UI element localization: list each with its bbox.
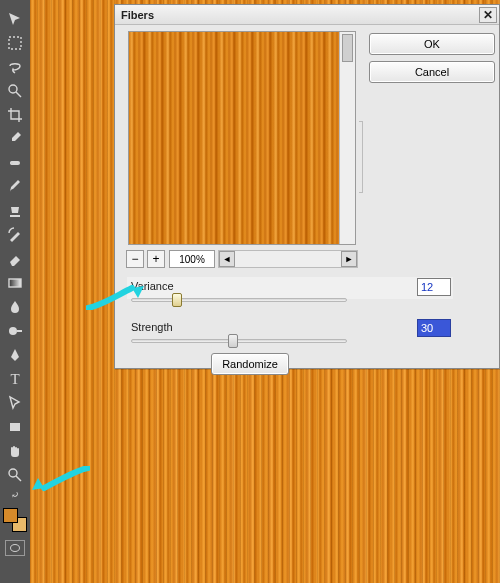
svg-rect-4 [9,279,21,287]
tools-toolbar: T ⤾ [0,0,30,583]
color-swatches[interactable] [3,508,27,532]
scroll-right-icon[interactable]: ► [341,251,357,267]
hand-tool[interactable] [4,440,26,462]
cancel-button[interactable]: Cancel [369,61,495,83]
svg-rect-0 [9,37,21,49]
annotation-arrow-variance [86,282,146,310]
dialog-titlebar[interactable]: Fibers ✕ [115,5,499,25]
svg-point-3 [11,162,13,164]
history-brush-tool[interactable] [4,224,26,246]
svg-point-7 [9,469,17,477]
svg-point-5 [9,327,17,335]
randomize-button[interactable]: Randomize [211,353,289,375]
filter-preview[interactable] [128,31,356,245]
swap-colors-icon[interactable]: ⤾ [4,488,26,502]
foreground-swatch[interactable] [3,508,18,523]
strength-label: Strength [131,321,173,333]
quickmask-button[interactable] [5,540,25,556]
strength-thumb[interactable] [228,334,238,348]
zoom-scrollbar[interactable]: ◄ ► [218,250,358,268]
dodge-tool[interactable] [4,320,26,342]
eyedropper-tool[interactable] [4,128,26,150]
rectangle-tool[interactable] [4,416,26,438]
scrollbar-thumb[interactable] [342,34,353,62]
pen-tool[interactable] [4,344,26,366]
preview-image [129,32,355,244]
zoom-out-button[interactable]: − [126,250,144,268]
strength-input[interactable] [417,319,451,337]
strength-slider[interactable] [131,339,347,343]
fibers-dialog: Fibers ✕ − + 100% ◄ ► OK Cancel [114,4,500,369]
quick-select-tool[interactable] [4,80,26,102]
zoom-value[interactable]: 100% [169,250,215,268]
blur-tool[interactable] [4,296,26,318]
marquee-tool[interactable] [4,32,26,54]
variance-input[interactable] [417,278,451,296]
svg-point-1 [9,85,17,93]
close-button[interactable]: ✕ [479,7,497,23]
preview-scrollbar[interactable] [339,32,355,244]
annotation-arrow-swatch [30,466,90,494]
brush-tool[interactable] [4,176,26,198]
strength-param: Strength [131,321,347,343]
eraser-tool[interactable] [4,248,26,270]
variance-slider[interactable] [131,298,347,302]
ok-button[interactable]: OK [369,33,495,55]
variance-param: Variance [131,280,347,302]
panel-divider [359,121,363,193]
zoom-tool[interactable] [4,464,26,486]
svg-rect-6 [10,423,20,431]
zoom-bar: − + 100% ◄ ► [126,249,358,269]
zoom-in-button[interactable]: + [147,250,165,268]
dialog-title: Fibers [121,9,154,21]
variance-thumb[interactable] [172,293,182,307]
gradient-tool[interactable] [4,272,26,294]
type-tool[interactable]: T [4,368,26,390]
lasso-tool[interactable] [4,56,26,78]
crop-tool[interactable] [4,104,26,126]
clone-stamp-tool[interactable] [4,200,26,222]
move-tool[interactable] [4,8,26,30]
scroll-left-icon[interactable]: ◄ [219,251,235,267]
path-select-tool[interactable] [4,392,26,414]
spot-heal-tool[interactable] [4,152,26,174]
